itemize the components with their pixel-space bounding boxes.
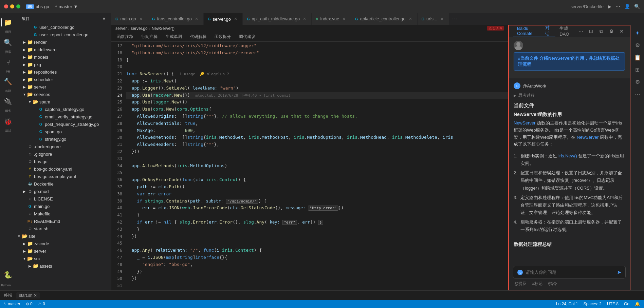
sidebar-item-email-verify-strategy[interactable]: G email_verify_strategy.go (16, 113, 111, 120)
status-warnings[interactable]: ⚠ 0 (38, 302, 45, 306)
sidebar-item-captcha-strategy[interactable]: G captcha_strategy.go (16, 105, 111, 113)
activity-search[interactable]: 🔍 (1, 36, 15, 49)
sidebar-item-bbs-go[interactable]: ⊙ bbs-go (16, 158, 111, 165)
sidebar-item-bbs-go-docker-yaml[interactable]: Y bbs-go.docker.yaml (16, 165, 111, 173)
minimize-button[interactable] (10, 4, 14, 8)
hint-code-explain[interactable]: 代码解释 (189, 33, 208, 40)
ai-action-popout[interactable]: ⧉ (597, 27, 605, 35)
sidebar-item-dockerfile[interactable]: 🐳 Dockerfile (16, 180, 111, 188)
activity-service[interactable]: 🔌 (1, 95, 15, 108)
tab-main-go[interactable]: G main.go ✕ (111, 13, 148, 25)
ai-action-config[interactable]: ⚙ (607, 27, 615, 35)
status-spaces[interactable]: Spaces: 2 (584, 302, 602, 306)
ai-action-close[interactable]: ✕ (618, 27, 626, 35)
right-activity-layout[interactable]: ⊞ (632, 64, 643, 75)
tab-close-fans-controller[interactable]: ✕ (194, 16, 199, 22)
tab-close-index-vue[interactable]: ✕ (341, 16, 347, 22)
sidebar-item-go-mod[interactable]: ▶ ⊙ go.mod (16, 188, 111, 195)
status-branch[interactable]: ⑂ master (4, 302, 20, 306)
tabs-more-button[interactable]: ⋯ (449, 16, 460, 22)
sidebar-item-pkg[interactable]: ▶ 📁 pkg (16, 61, 111, 68)
sidebar-item-gitignore[interactable]: ⊙ .gitignore (16, 150, 111, 158)
ai-tab-dialog[interactable]: 对话 (541, 25, 556, 37)
code-editor[interactable]: 17 18 19 20 21 22 23 24 25 26 27 28 29 3… (111, 42, 508, 290)
status-encoding[interactable]: UTF-8 (607, 302, 619, 306)
breadcrumb-server[interactable]: server (115, 26, 127, 31)
maximize-button[interactable] (16, 4, 20, 8)
hint-gen-test[interactable]: 生成单测 (164, 33, 183, 40)
sidebar-header-chevron[interactable]: ∨ (103, 17, 106, 21)
sidebar-item-license[interactable]: ⊙ LICENSE (16, 195, 111, 203)
status-line-col[interactable]: Ln 24, Col 1 (556, 302, 578, 306)
right-activity-ai[interactable]: ✦ (632, 27, 643, 38)
ai-thinking[interactable]: ▶ 思考过程 (514, 93, 625, 98)
ai-tab-generate-dao[interactable]: 生成DAO (555, 25, 577, 37)
activity-explorer[interactable]: 📁 (1, 16, 15, 29)
sidebar-item-readme[interactable]: M↓ README.md (16, 217, 111, 225)
run-button[interactable]: ▶ (608, 4, 611, 9)
sidebar-item-vscode[interactable]: ▶ 📁 .vscode (16, 240, 111, 247)
sidebar-item-user-report-controller[interactable]: G user_report_controller.go (16, 31, 111, 38)
sidebar-item-spam[interactable]: ▼ 📂 spam (16, 98, 111, 105)
sidebar-item-post-frequency-strategy[interactable]: G post_frequency_strategy.go (16, 120, 111, 128)
sidebar-item-bbs-go-example-yaml[interactable]: Y bbs-go.example.yaml (16, 173, 111, 180)
right-activity-config[interactable]: ⚙ (632, 76, 643, 87)
sidebar-item-services[interactable]: ▼ 📂 services (16, 91, 111, 98)
sidebar-item-server2[interactable]: ▶ 📁 server (16, 247, 111, 255)
sidebar-item-render[interactable]: ▶ 📁 render (16, 38, 111, 46)
tab-api-auth-middleware[interactable]: G api_auth_middleware.go ✕ (243, 13, 312, 25)
sidebar-item-start-sh[interactable]: ⊙ start.sh (16, 225, 111, 232)
sidebar-item-dockerignore[interactable]: ⊙ .dockerignore (16, 143, 111, 150)
tab-close-server-go[interactable]: ✕ (233, 16, 238, 22)
sidebar-item-src[interactable]: ▼ 📂 src (16, 255, 111, 262)
hint-line-comment[interactable]: 行间注释 (140, 33, 159, 40)
hint-optimize[interactable]: 调优建议 (238, 33, 257, 40)
tab-index-vue[interactable]: V index.vue ✕ (312, 13, 351, 25)
branch-info[interactable]: ⑂ master ▼ (55, 4, 78, 9)
more-button[interactable]: ⋯ (615, 4, 620, 9)
ai-action-expand[interactable]: ⊡ (587, 27, 595, 35)
hint-func-comment[interactable]: 函数注释 (115, 33, 134, 40)
tab-close-urls[interactable]: ✕ (439, 16, 445, 22)
ai-send-button[interactable]: ➤ (617, 269, 621, 275)
activity-debug[interactable]: 🐞 (1, 115, 15, 128)
terminal-close[interactable]: ✕ (34, 293, 37, 298)
tab-close-api-auth-middleware[interactable]: ✕ (302, 16, 307, 22)
status-language[interactable]: Go (624, 302, 629, 306)
breadcrumb-server-go[interactable]: server.go (131, 26, 147, 31)
close-button[interactable] (4, 4, 8, 8)
tab-api-article-controller[interactable]: G api/article_controller.go ✕ (351, 13, 417, 25)
tab-close-api-article-controller[interactable]: ✕ (408, 16, 413, 22)
sidebar-item-strategy-go[interactable]: G strategy.go (16, 135, 111, 143)
activity-pr[interactable]: ⑂ (1, 56, 15, 69)
search-icon[interactable]: 🔍 (634, 4, 640, 9)
sidebar-item-scheduler[interactable]: ▶ 📁 scheduler (16, 76, 111, 83)
ai-tag-mention[interactable]: @提及 (513, 281, 528, 287)
sidebar-item-makefile[interactable]: ⊙ Makefile (16, 210, 111, 217)
sidebar-item-spam-go[interactable]: G spam.go (16, 128, 111, 135)
ai-action-settings[interactable]: ⋯ (577, 27, 585, 35)
sidebar-item-repositories[interactable]: ▶ 📁 repositories (16, 68, 111, 76)
sidebar-item-site[interactable]: ▼ 📂 site (16, 232, 111, 240)
status-notifications[interactable]: 🔔 (635, 302, 640, 306)
sidebar-item-assets[interactable]: ▶ 📁 assets (16, 262, 111, 270)
sidebar-item-main-go[interactable]: G main.go (16, 203, 111, 210)
sidebar-item-server[interactable]: ▶ 📁 server (16, 83, 111, 91)
sidebar-item-middleware[interactable]: ▶ 📁 middleware (16, 46, 111, 53)
terminal-tab[interactable]: start.sh ✕ (16, 292, 40, 299)
hint-func-split[interactable]: 函数拆分 (213, 33, 232, 40)
breadcrumb-new-server[interactable]: NewServer() (152, 26, 174, 31)
ai-tag-hash[interactable]: #标记 (531, 281, 544, 287)
tab-close-main-go[interactable]: ✕ (138, 16, 144, 22)
sidebar-item-user-controller[interactable]: G user_controller.go (16, 23, 111, 31)
tab-server-go[interactable]: G server.go ✕ (204, 13, 243, 25)
sidebar-item-models[interactable]: ▶ 📁 models (16, 53, 111, 61)
right-activity-more[interactable]: ⋯ (632, 89, 643, 99)
ai-input-field[interactable] (526, 270, 614, 275)
activity-build[interactable]: 🔨 (1, 75, 15, 88)
right-activity-settings[interactable]: ⚙ (632, 40, 643, 51)
right-activity-clipboard[interactable]: 📋 (632, 52, 643, 63)
activity-python[interactable]: 🐍 (1, 268, 15, 282)
status-errors[interactable]: ⊘ 0 (26, 302, 33, 306)
ai-tag-command[interactable]: /指令 (547, 281, 558, 287)
